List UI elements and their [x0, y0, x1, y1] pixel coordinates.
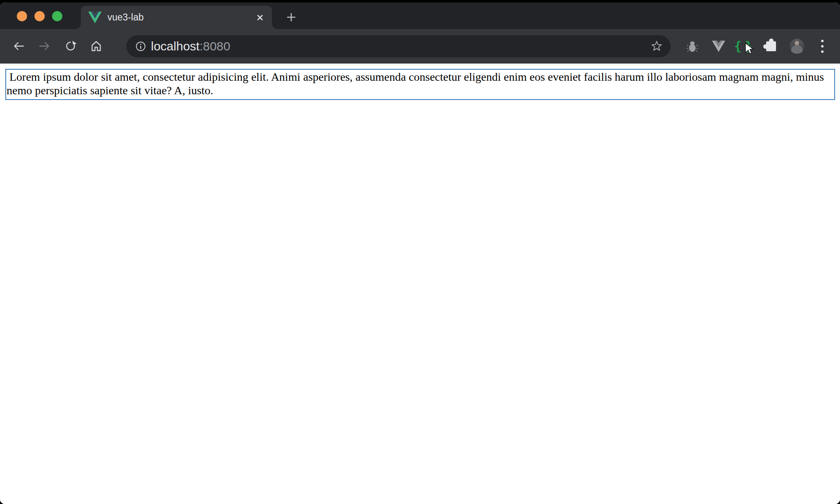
window-minimize-button[interactable] [34, 11, 45, 21]
message-paragraph: Lorem ipsum dolor sit amet, consectetur … [5, 69, 835, 100]
address-bar[interactable]: localhost:8080 [126, 35, 671, 57]
vue-devtools-icon[interactable] [710, 38, 727, 54]
site-info-icon[interactable] [135, 41, 146, 52]
back-icon[interactable] [10, 38, 27, 54]
tab-strip: vue3-lab [0, 2, 840, 29]
browser-tab[interactable]: vue3-lab [81, 6, 272, 29]
tab-title: vue3-lab [107, 12, 254, 23]
cursor-arrow-icon [742, 42, 755, 55]
new-tab-icon[interactable] [285, 11, 298, 24]
url-host: localhost [151, 39, 199, 53]
browser-window: vue3-lab [0, 2, 840, 504]
braces-cursor-extension-icon[interactable]: {} [737, 38, 753, 54]
forward-icon [36, 38, 52, 54]
bookmark-star-icon[interactable] [649, 39, 664, 54]
url-port: :8080 [199, 39, 230, 53]
reload-icon[interactable] [62, 38, 78, 54]
home-icon[interactable] [88, 38, 104, 54]
close-tab-icon[interactable] [254, 11, 266, 24]
window-controls [17, 11, 62, 21]
bug-extension-icon[interactable] [684, 38, 701, 54]
url-text: localhost:8080 [151, 39, 649, 53]
window-close-button[interactable] [17, 11, 27, 21]
profile-avatar[interactable] [789, 39, 805, 54]
vue-logo-icon [88, 11, 102, 23]
extensions-puzzle-icon[interactable] [763, 38, 779, 54]
browser-toolbar: localhost:8080 {} [0, 29, 840, 64]
page-content: Lorem ipsum dolor sit amet, consectetur … [0, 69, 840, 504]
window-zoom-button[interactable] [52, 11, 62, 21]
browser-menu-icon[interactable] [815, 38, 829, 54]
